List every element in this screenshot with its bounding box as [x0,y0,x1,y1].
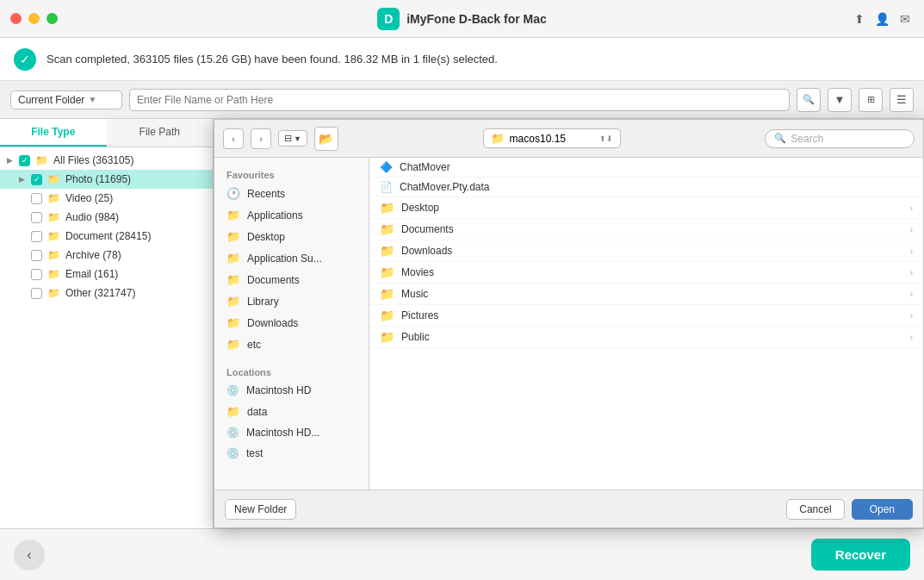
sidebar-item-macintosh-hd[interactable]: 💿 Macintosh HD [214,380,369,401]
location-selector[interactable]: 📁 macos10.15 ⬆⬇ [483,128,621,148]
checkbox-archive[interactable] [31,250,42,261]
tree-item-email[interactable]: ▶ 📁 Email (161) [0,265,213,284]
new-folder-button[interactable]: New Folder [225,499,296,520]
status-bar: ✓ Scan completed, 363105 files (15.26 GB… [0,38,924,81]
disk-icon: 💿 [226,384,239,396]
grid-view-button[interactable]: ⊞ [859,88,883,112]
file-list-item-desktop[interactable]: 📁 Desktop › [369,197,923,219]
checkbox-video[interactable] [31,193,42,204]
file-list-item-documents[interactable]: 📁 Documents › [369,219,923,240]
tree-item-archive[interactable]: ▶ 📁 Archive (78) [0,246,213,265]
view-selector[interactable]: ⊟ ▼ [278,130,307,147]
sidebar-item-data[interactable]: 📁 data [214,401,369,422]
app-file-icon: 🔷 [380,161,393,173]
folder-icon: 📁 [380,222,394,236]
picker-content: Favourites 🕐 Recents 📁 Applications 📁 De… [214,158,923,490]
file-list-item-music[interactable]: 📁 Music › [369,284,923,305]
tree-item-photo[interactable]: ▶ ✓ 📁 Photo (11695) [0,170,213,189]
sidebar-item-applications[interactable]: 📁 Applications [214,204,369,226]
folder-icon: 📁 [226,316,240,329]
file-list-item-chatmover-pty[interactable]: 📄 ChatMover.Pty.data [369,178,923,197]
back-nav-button[interactable]: ‹ [223,128,244,149]
folder-icon: 📁 [380,330,394,344]
file-list-item-public[interactable]: 📁 Public › [369,327,923,348]
favourites-header: Favourites [214,165,369,183]
folder-selector[interactable]: Current Folder ▼ [10,90,122,109]
folder-icon: 📁 [47,287,60,299]
search-icon: 🔍 [774,133,786,144]
search-placeholder: Search [791,133,823,145]
search-icon: 🔍 [803,94,815,105]
filter-icon-button[interactable]: ▼ [828,88,852,112]
close-button[interactable] [10,13,22,24]
tree-item-video[interactable]: ▶ 📁 Video (25) [0,189,213,208]
search-icon-button[interactable]: 🔍 [797,88,821,112]
chevron-right-icon: › [910,290,913,299]
folder-selector-label: Current Folder [18,94,84,106]
list-icon: ☰ [896,93,907,106]
tree-item-audio[interactable]: ▶ 📁 Audio (984) [0,208,213,227]
picker-sidebar: Favourites 🕐 Recents 📁 Applications 📁 De… [214,158,369,490]
tab-file-path[interactable]: File Path [107,119,214,147]
chevron-icon: ⬆⬇ [599,134,613,143]
view-selector-icon: ⊟ [284,133,292,144]
folder-icon: 📁 [380,201,394,215]
folder-icon: 📁 [47,230,60,242]
window-controls [10,13,58,24]
sidebar-item-application-support[interactable]: 📁 Application Su... [214,247,369,269]
sidebar-item-test[interactable]: 💿 test [214,443,369,464]
user-icon[interactable]: 👤 [875,12,890,26]
folder-icon: 📁 [226,295,240,308]
disk-icon: 💿 [226,447,239,459]
checkbox-audio[interactable] [31,212,42,223]
locations-header: Locations [214,362,369,380]
checkbox-email[interactable] [31,269,42,280]
chevron-right-icon: › [910,203,913,213]
chevron-left-icon: ‹ [27,547,31,563]
checkbox-photo[interactable]: ✓ [31,174,42,185]
sidebar-item-macintosh-hd-alt[interactable]: 💿 Macintosh HD... [214,422,369,443]
chevron-right-icon: › [910,311,913,321]
folder-icon: 📁 [226,273,240,286]
checkbox-all-files[interactable]: ✓ [19,155,30,166]
sidebar-item-downloads[interactable]: 📁 Downloads [214,312,369,334]
status-message: Scan completed, 363105 files (15.26 GB) … [47,53,498,65]
list-view-button[interactable]: ☰ [890,88,914,112]
tab-file-type[interactable]: File Type [0,119,107,147]
sidebar-item-etc[interactable]: 📁 etc [214,334,369,355]
file-tree: ▶ ✓ 📁 All Files (363105) ▶ ✓ 📁 Photo (11… [0,147,213,306]
picker-toolbar: ‹ › ⊟ ▼ 📂 📁 macos10.15 ⬆⬇ 🔍 Search [214,120,923,158]
checkbox-document[interactable] [31,231,42,242]
tree-item-all-files[interactable]: ▶ ✓ 📁 All Files (363105) [0,151,213,170]
path-input[interactable] [129,89,790,111]
back-button[interactable]: ‹ [14,539,45,571]
open-button[interactable]: Open [852,499,913,520]
toolbar: Current Folder ▼ 🔍 ▼ ⊞ ☰ [0,81,924,119]
sidebar-item-desktop[interactable]: 📁 Desktop [214,226,369,247]
forward-nav-button[interactable]: › [251,128,271,149]
recover-button[interactable]: Recover [811,539,910,571]
file-list-item-chatmover[interactable]: 🔷 ChatMover [369,158,923,178]
cancel-button[interactable]: Cancel [786,499,844,520]
file-list-item-pictures[interactable]: 📁 Pictures › [369,305,923,327]
sidebar-item-recents[interactable]: 🕐 Recents [214,183,369,204]
minimize-button[interactable] [28,13,40,24]
tree-item-document[interactable]: ▶ 📁 Document (28415) [0,227,213,246]
picker-footer: New Folder Cancel Open [214,490,923,527]
share-icon[interactable]: ⬆ [854,12,865,26]
sidebar-item-library[interactable]: 📁 Library [214,290,369,312]
chevron-down-icon: ▼ [88,95,96,104]
maximize-button[interactable] [47,13,58,24]
sidebar-item-documents[interactable]: 📁 Documents [214,269,369,290]
mail-icon[interactable]: ✉ [900,12,910,26]
disk-icon: 💿 [226,427,239,439]
checkbox-other[interactable] [31,288,42,299]
file-list-item-movies[interactable]: 📁 Movies › [369,262,923,284]
search-box[interactable]: 🔍 Search [765,129,915,148]
title-bar: D iMyFone D-Back for Mac ⬆ 👤 ✉ [0,0,924,38]
picker-filelist: 🔷 ChatMover 📄 ChatMover.Pty.data 📁 Deskt… [369,158,923,490]
folder-up-button[interactable]: 📂 [314,127,338,151]
file-list-item-downloads[interactable]: 📁 Downloads › [369,240,923,262]
tree-item-other[interactable]: ▶ 📁 Other (321747) [0,284,213,302]
folder-icon: 📁 [226,209,240,221]
